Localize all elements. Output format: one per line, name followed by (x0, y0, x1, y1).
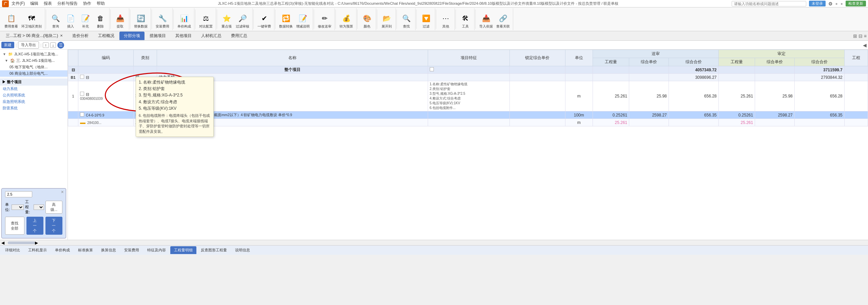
bottom-tab-qty-detail[interactable]: 工程量明细 (170, 246, 196, 254)
ribbon-icon-unit-price[interactable]: 📊 单价构成 (176, 13, 192, 30)
tab-cost-analysis[interactable]: 造价分析 (68, 32, 93, 40)
ribbon-icon-compare[interactable]: ⚖ 对比配置 (198, 13, 214, 30)
tree-item-sub1[interactable]: ▼ 🏠 三. JLXC-H5-1项目地... (0, 57, 67, 64)
menu-file[interactable]: 文件(F) (12, 1, 25, 6)
cell-expand-whole[interactable]: ⊟ (68, 66, 78, 74)
menu-help[interactable]: 帮助 (97, 1, 105, 6)
expand-sub1-icon[interactable]: ▼ (5, 59, 8, 62)
qty-select[interactable] (34, 204, 44, 210)
menu-report[interactable]: 报表 (44, 1, 52, 6)
ribbon-icon-expand[interactable]: 📂 展开到 (380, 13, 393, 30)
ribbon-icon-one-click[interactable]: ✔ 一键审费 (256, 13, 272, 30)
scroll-right-icon[interactable]: ▶ (35, 240, 38, 245)
cell-expand-sub1[interactable]: C4-6-16*0.9 (78, 111, 134, 119)
bottom-tab-description[interactable]: 说明信息 (231, 246, 254, 254)
tree-item-lighting[interactable]: 公共照明系统 (0, 92, 67, 98)
ribbon-icon-supplement[interactable]: 📝 补充 (79, 13, 92, 30)
settings-icon[interactable]: ⚙ (828, 1, 833, 6)
close-search-icon[interactable]: × (61, 189, 64, 195)
menu-circle-button[interactable]: ☰ (57, 42, 64, 49)
tab-sections[interactable]: 分部分项 (119, 32, 144, 40)
cell-expand-1[interactable]: ⊟ 030408001039 (78, 81, 134, 111)
top-search-input[interactable] (732, 1, 806, 6)
scroll-thumb[interactable] (8, 241, 35, 244)
ribbon-icon-replace[interactable]: 🔄 替换数据 (133, 13, 149, 30)
ribbon-icon-sanitation[interactable]: 🗺 环卫地区类别 (20, 13, 43, 30)
search-value-input[interactable] (5, 191, 32, 197)
tab-fee-summary[interactable]: 费用汇总 (227, 32, 252, 40)
ribbon-icon-key-items[interactable]: ⭐ 重点项 (220, 13, 233, 30)
ribbon-icon-filter-review[interactable]: 🔎 过滤审核 (235, 13, 250, 30)
bottom-tab-convert-info[interactable]: 换算信息 (97, 246, 120, 254)
cell-expand-b1[interactable]: ⊟ (78, 74, 134, 81)
ribbon-icon-increase-note[interactable]: 📝 增减说明 (295, 13, 311, 30)
ribbon-icon-data-convert[interactable]: 🔁 数据转换 (278, 13, 294, 30)
unit-select[interactable] (12, 204, 24, 210)
ribbon-icon-install-fee[interactable]: 🔧 安装费用 (155, 13, 170, 30)
find-all-button[interactable]: 查找全部 (5, 217, 24, 235)
ribbon-icon-find[interactable]: 🔍 查找 (400, 13, 413, 30)
ribbon-icon-fee-view[interactable]: 📋 费用查看 (3, 13, 19, 30)
tree-item-emergency[interactable]: 应急照明系统 (0, 98, 67, 105)
menu-analysis[interactable]: 分析与报告 (57, 1, 78, 6)
scroll-left-icon[interactable]: ◀ (1, 240, 4, 245)
ribbon-icon-query[interactable]: 🔍 查询 (49, 13, 62, 30)
ribbon-icon-modify[interactable]: ✏ 修改送审 (317, 13, 332, 30)
checkbox-sub1[interactable] (80, 112, 84, 116)
tree-item-sub2-2[interactable]: 06 商业地上部分电气... (0, 70, 67, 77)
bottom-tab-unit-price[interactable]: 单价构成 (51, 246, 74, 254)
ribbon-icon-color[interactable]: 🎨 颜色 (360, 13, 374, 30)
ribbon-icon-other[interactable]: ⋯ 其他 (439, 13, 452, 30)
menu-edit[interactable]: 编辑 (30, 1, 38, 6)
new-button[interactable]: 新建 (1, 42, 14, 48)
layout-icon-2[interactable]: ⊟ (859, 33, 863, 39)
tab-labor-materials[interactable]: 人材机汇总 (197, 32, 226, 40)
ribbon-icon-view-relation[interactable]: 🔗 查看关联 (495, 13, 511, 30)
tab-overview[interactable]: 工程概况 (94, 32, 119, 40)
ribbon-icon-import-basis[interactable]: 📥 导入依据 (478, 13, 494, 30)
move-down-button[interactable]: ↓ (50, 42, 56, 48)
unit-label: 单位: (5, 202, 10, 212)
checkbox-b1[interactable] (80, 75, 84, 79)
ribbon-icon-tools[interactable]: 🛠 工具 (459, 13, 472, 30)
collapse-sidebar-icon[interactable]: ◀ (863, 42, 867, 48)
bottom-tab-labor[interactable]: 工料机显示 (24, 246, 51, 254)
ribbon-icon-convert-budget[interactable]: 💰 转为预算 (339, 13, 354, 30)
ribbon-icon-filter[interactable]: 🔽 过滤 (419, 13, 433, 30)
tree-item-power[interactable]: 动力系统 (0, 86, 67, 92)
checkbox-1[interactable] (80, 92, 84, 96)
login-button[interactable]: 未登录 (809, 1, 826, 6)
one-click-icon: ✔ (259, 13, 269, 23)
layout-icon-3[interactable]: ≡ (864, 33, 867, 39)
bottom-tab-features[interactable]: 特征及内容 (143, 246, 170, 254)
horizontal-scrollbar[interactable]: ◀ ▶ (0, 240, 868, 245)
ribbon-icon-insert[interactable]: 📄 插入 (64, 13, 77, 30)
bottom-tab-reverse[interactable]: 反查图形工程量 (197, 246, 231, 254)
bottom-tab-standard[interactable]: 标准换算 (74, 246, 97, 254)
next-button[interactable]: 下一个 (45, 217, 62, 235)
collapse-icon-whole[interactable]: ⊟ (72, 68, 75, 72)
tab-project[interactable]: 三...工程 > 06 商业...(地块二) (1, 32, 67, 40)
cell-expand-sub2[interactable]: 284100... (78, 119, 134, 126)
tree-item-lightning[interactable]: 防雷系统 (0, 105, 67, 111)
expand-1-icon[interactable]: ⊟ (86, 92, 89, 97)
tree-item-sub2-1[interactable]: 05 地下室电气（地块... (0, 64, 67, 70)
ribbon-icon-delete[interactable]: 🗑 删除 (94, 13, 107, 30)
bottom-tab-detail[interactable]: 详细对比 (1, 246, 24, 254)
cell-unit-whole (565, 66, 593, 74)
expand-root-icon[interactable]: ▼ (3, 52, 6, 56)
expand-b1-icon[interactable]: ⊟ (86, 75, 89, 80)
check-update-button[interactable]: 检查更新 (846, 1, 866, 6)
prev-button[interactable]: 上一个 (26, 217, 43, 235)
move-up-button[interactable]: ↑ (43, 42, 49, 48)
checkbox-whole[interactable] (430, 67, 434, 71)
bottom-tab-install[interactable]: 安装费用 (120, 246, 143, 254)
menu-collab[interactable]: 协作 (83, 1, 91, 6)
advanced-button[interactable]: 高级... (45, 201, 62, 214)
ribbon-icon-extract[interactable]: 📥 提取 (113, 13, 127, 30)
tree-item-root[interactable]: ▼ 📁 JLXC-H5-1项目地二及地... (0, 51, 67, 57)
export-button[interactable]: 导入导出 (18, 41, 39, 49)
tab-other-items[interactable]: 其他项目 (171, 32, 196, 40)
layout-icon-1[interactable]: ⊞ (853, 33, 857, 39)
tab-measures[interactable]: 措施项目 (145, 32, 170, 40)
